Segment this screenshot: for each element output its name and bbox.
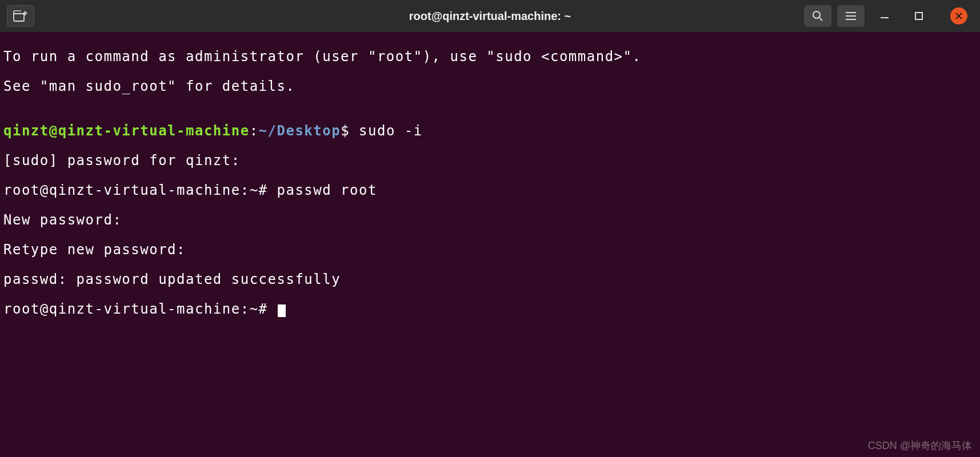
titlebar-left [7, 5, 34, 27]
terminal-output[interactable]: To run a command as administrator (user … [0, 32, 980, 334]
motd-line: To run a command as administrator (user … [3, 49, 977, 64]
prompt-line: qinzt@qinzt-virtual-machine:~/Desktop$ s… [3, 123, 977, 138]
maximize-icon [914, 11, 923, 21]
prompt-symbol: $ [341, 123, 359, 139]
cursor [278, 304, 286, 317]
titlebar-right [804, 5, 973, 27]
output-line: New password: [3, 213, 977, 227]
output-line: [sudo] password for qinzt: [3, 153, 977, 168]
search-icon [812, 10, 823, 22]
new-tab-button[interactable] [7, 5, 34, 27]
svg-rect-0 [14, 14, 24, 21]
window-title: root@qinzt-virtual-machine: ~ [409, 10, 571, 23]
new-tab-icon [13, 10, 28, 22]
svg-line-4 [819, 18, 822, 21]
search-button[interactable] [804, 5, 831, 27]
close-button[interactable] [950, 7, 967, 25]
svg-rect-9 [915, 13, 922, 19]
user-host: qinzt@qinzt-virtual-machine [3, 123, 250, 139]
titlebar: root@qinzt-virtual-machine: ~ [0, 0, 980, 32]
menu-button[interactable] [837, 5, 865, 27]
command-text: sudo -i [359, 123, 423, 139]
hamburger-icon [845, 11, 857, 21]
motd-line: See "man sudo_root" for details. [3, 79, 977, 94]
maximize-button[interactable] [905, 5, 933, 27]
current-prompt-line: root@qinzt-virtual-machine:~# [3, 302, 977, 317]
svg-point-3 [813, 11, 820, 18]
minimize-icon [879, 11, 890, 21]
output-line: passwd: password updated successfully [3, 272, 977, 287]
close-icon [955, 13, 962, 19]
watermark: CSDN @神奇的海马体 [868, 439, 972, 452]
separator: : [250, 123, 259, 139]
minimize-button[interactable] [870, 5, 899, 27]
output-line: root@qinzt-virtual-machine:~# passwd roo… [3, 183, 977, 198]
root-prompt: root@qinzt-virtual-machine:~# [3, 301, 277, 317]
output-line: Retype new password: [3, 242, 977, 257]
cwd-path: ~/Desktop [259, 123, 341, 139]
